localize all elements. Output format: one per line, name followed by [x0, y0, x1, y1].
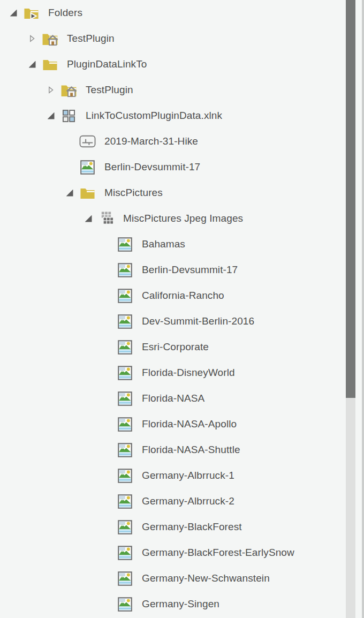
tree-item-testplugin-1[interactable]: TestPlugin — [0, 26, 345, 51]
tree-item-label: Germany-Singen — [142, 598, 219, 610]
image-icon — [117, 441, 133, 459]
tree-item-germany-singen[interactable]: Germany-Singen — [0, 591, 345, 617]
tree-item-germany-new-schwanstein[interactable]: Germany-New-Schwanstein — [0, 566, 345, 591]
expander-expanded-icon[interactable] — [27, 59, 37, 69]
tree-item-esri-corporate[interactable]: Esri-Corporate — [0, 334, 345, 360]
vertical-scrollbar-thumb[interactable] — [346, 0, 355, 398]
expander-none — [102, 471, 112, 480]
home-folder-icon — [42, 29, 58, 48]
folder-icon — [79, 184, 96, 202]
tree-item-label: Florida-NASA-Shuttle — [142, 444, 240, 456]
tree-item-label: 2019-March-31-Hike — [104, 135, 198, 147]
tree-item-label: Florida-DisneyWorld — [142, 367, 235, 379]
vertical-scrollbar-track[interactable] — [346, 0, 355, 618]
tree-item-label: Bahamas — [142, 238, 185, 250]
expander-none — [102, 574, 112, 583]
image-icon — [117, 338, 133, 356]
tree-item-plugindatalinkto[interactable]: PluginDataLinkTo — [0, 51, 345, 77]
tree-item-linktocustomplugindata-xlnk[interactable]: LinkToCustomPluginData.xlnk — [0, 103, 345, 129]
tree-item-florida-nasa[interactable]: Florida-NASA — [0, 386, 345, 411]
expander-collapsed-icon[interactable] — [46, 85, 56, 95]
tree-item-label: Florida-NASA — [142, 393, 204, 404]
expander-collapsed-icon[interactable] — [27, 34, 37, 43]
tree-item-label: PluginDataLinkTo — [67, 58, 147, 70]
tree-item-label: Germany-New-Schwanstein — [142, 572, 270, 584]
expander-expanded-icon[interactable] — [65, 188, 74, 198]
tree-item-label: Folders — [48, 7, 82, 19]
expander-expanded-icon[interactable] — [84, 214, 93, 223]
tree-item-label: Germany-Albrruck-2 — [142, 495, 234, 507]
tree-item-germany-albrruck-1[interactable]: Germany-Albrruck-1 — [0, 463, 345, 488]
image-icon — [117, 518, 133, 536]
tree-item-label: Germany-Albrruck-1 — [142, 470, 234, 481]
image-icon — [117, 389, 133, 408]
tree-item-california-rancho[interactable]: California-Rancho — [0, 283, 345, 308]
tree-item-label: MiscPictures Jpeg Images — [123, 213, 243, 224]
tree-item-label: LinkToCustomPluginData.xlnk — [86, 110, 222, 122]
expander-none — [102, 291, 112, 300]
image-icon — [117, 466, 133, 485]
tree-item-label: Berlin-Devsummit-17 — [104, 161, 200, 173]
tree-item-label: TestPlugin — [67, 33, 115, 44]
image-icon — [79, 158, 96, 176]
expander-none — [102, 548, 112, 557]
tree-item-2019-march-31-hike[interactable]: 2019-March-31-Hike — [0, 129, 345, 154]
expander-none — [102, 394, 112, 403]
expander-none — [102, 265, 112, 275]
expander-none — [65, 137, 74, 146]
tree-item-label: Florida-NASA-Apollo — [142, 418, 237, 430]
tree-item-miscpictures-jpeg-images[interactable]: MiscPictures Jpeg Images — [0, 206, 345, 231]
tree-item-testplugin-2[interactable]: TestPlugin — [0, 77, 345, 103]
tree-item-miscpictures[interactable]: MiscPictures — [0, 180, 345, 206]
expander-none — [65, 162, 74, 172]
catalog-tree: Folders TestPlugin PluginDataLinkTo Test… — [0, 0, 345, 617]
tree-item-germany-blackforest[interactable]: Germany-BlackForest — [0, 514, 345, 540]
expander-none — [102, 239, 112, 249]
tree-item-germany-albrruck-2[interactable]: Germany-Albrruck-2 — [0, 488, 345, 514]
tree-item-florida-nasa-apollo[interactable]: Florida-NASA-Apollo — [0, 411, 345, 437]
line-feature-icon — [79, 132, 96, 150]
expander-none — [102, 496, 112, 506]
expander-expanded-icon[interactable] — [9, 8, 18, 18]
image-icon — [117, 595, 133, 613]
pane-edge-divider — [362, 0, 364, 618]
tree-item-bahamas[interactable]: Bahamas — [0, 231, 345, 257]
image-icon — [117, 287, 133, 305]
expander-none — [102, 419, 112, 429]
tree-item-label: Germany-BlackForest — [142, 521, 242, 533]
tree-item-florida-nasa-shuttle[interactable]: Florida-NASA-Shuttle — [0, 437, 345, 463]
expander-none — [102, 342, 112, 352]
tree-item-berlin-devsummit-17[interactable]: Berlin-Devsummit-17 — [0, 154, 345, 180]
tree-item-label: TestPlugin — [86, 84, 133, 96]
expander-none — [102, 316, 112, 326]
image-icon — [117, 235, 133, 253]
tree-item-label: Esri-Corporate — [142, 341, 209, 353]
expander-expanded-icon[interactable] — [46, 111, 56, 120]
image-icon — [117, 261, 133, 279]
expander-none — [102, 599, 112, 609]
image-icon — [117, 364, 133, 382]
tree-item-folders[interactable]: Folders — [0, 0, 345, 26]
image-icon — [117, 415, 133, 433]
expander-none — [102, 445, 112, 455]
tree-item-label: Germany-BlackForest-EarlySnow — [142, 547, 294, 559]
image-icon — [117, 492, 133, 510]
tree-item-label: Dev-Summit-Berlin-2016 — [142, 315, 254, 327]
custom-datastore-icon — [60, 107, 77, 125]
tree-item-dev-summit-berlin-2016[interactable]: Dev-Summit-Berlin-2016 — [0, 308, 345, 334]
image-icon — [117, 312, 133, 330]
image-icon — [117, 569, 133, 587]
image-collection-icon — [98, 209, 115, 228]
tree-item-label: Berlin-Devsummit-17 — [142, 264, 238, 276]
tree-item-label: California-Rancho — [142, 290, 224, 302]
folder-connection-icon — [23, 4, 40, 22]
home-folder-icon — [60, 81, 77, 99]
image-icon — [117, 544, 133, 562]
tree-item-florida-disneyworld[interactable]: Florida-DisneyWorld — [0, 360, 345, 386]
expander-none — [102, 368, 112, 378]
folder-icon — [42, 55, 58, 73]
tree-item-label: MiscPictures — [104, 187, 163, 199]
tree-item-germany-blackforest-earlysnow[interactable]: Germany-BlackForest-EarlySnow — [0, 540, 345, 566]
tree-item-berlin-devsummit-17-2[interactable]: Berlin-Devsummit-17 — [0, 257, 345, 283]
expander-none — [102, 522, 112, 532]
